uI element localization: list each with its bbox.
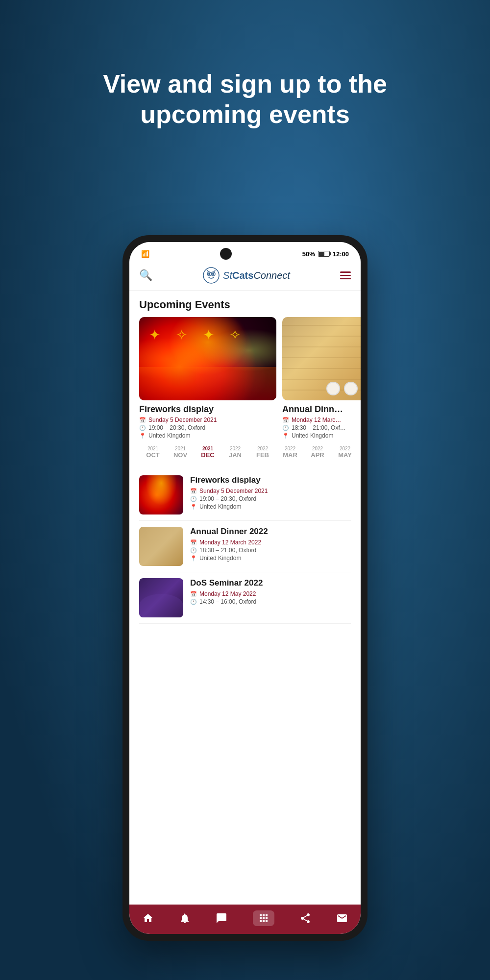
dinner-list-date: Monday 12 March 2022 — [199, 539, 261, 546]
timeline-2022-may[interactable]: 2022 MAY — [331, 444, 359, 461]
app-logo: StCatsConnect — [202, 267, 290, 284]
featured-fireworks-card[interactable]: Fireworks display 📅 Sunday 5 December 20… — [139, 317, 276, 439]
menu-button[interactable] — [340, 271, 351, 279]
svg-point-3 — [208, 273, 210, 275]
featured-cards-scroll[interactable]: Fireworks display 📅 Sunday 5 December 20… — [129, 317, 361, 439]
nav-apps[interactable] — [253, 910, 274, 926]
nav-share[interactable] — [299, 912, 311, 924]
dinner-list-date-row: 📅 Monday 12 March 2022 — [190, 539, 351, 546]
dinner-list-time-row: 🕐 18:30 – 21:00, Oxford — [190, 547, 351, 554]
battery-icon — [318, 251, 330, 257]
fireworks-card-info: Fireworks display 📅 Sunday 5 December 20… — [139, 400, 276, 439]
fireworks-list-time: 19:00 – 20:30, Oxford — [199, 495, 256, 502]
svg-point-4 — [212, 273, 214, 275]
seminar-list-info: DoS Seminar 2022 📅 Monday 12 May 2022 🕐 … — [190, 578, 351, 617]
seminar-list-date-row: 📅 Monday 12 May 2022 — [190, 590, 351, 597]
status-left: 📶 — [141, 250, 149, 258]
app-content[interactable]: Upcoming Events Fireworks display — [129, 291, 361, 905]
fireworks-country: United Kingdom — [148, 432, 190, 439]
fireworks-list-date-row: 📅 Sunday 5 December 2021 — [190, 488, 351, 494]
pin-icon-4: 📍 — [190, 555, 197, 562]
logo-text: StCatsConnect — [223, 270, 290, 281]
wifi-icon: 📶 — [141, 250, 149, 258]
dinner-time-row: 🕐 18:30 – 21:00, Oxf… — [282, 424, 361, 431]
seminar-thumb — [139, 578, 183, 617]
timeline-2022-feb[interactable]: 2022 FEB — [249, 444, 276, 461]
fireworks-list-info: Fireworks display 📅 Sunday 5 December 20… — [190, 475, 351, 514]
fireworks-location-row: 📍 United Kingdom — [139, 432, 276, 439]
nav-mail[interactable] — [336, 912, 348, 924]
dinner-date-row: 📅 Monday 12 Marc… — [282, 416, 361, 423]
bell-icon — [179, 912, 191, 924]
dinner-time: 18:30 – 21:00, Oxf… — [292, 424, 346, 431]
fireworks-image — [139, 317, 276, 400]
timeline-2022-jan[interactable]: 2022 JAN — [221, 444, 249, 461]
dinner-list-image — [139, 527, 183, 566]
phone-screen: 📶 50% 12:00 🔍 — [129, 242, 361, 934]
dinner-card-title: Annual Dinn… — [282, 404, 361, 415]
camera-notch — [220, 248, 232, 260]
nav-messages[interactable] — [216, 912, 227, 924]
dinner-thumb — [139, 527, 183, 566]
share-icon — [299, 912, 311, 924]
owl-logo-icon — [202, 267, 220, 284]
fireworks-card-image — [139, 317, 276, 400]
timeline-bar[interactable]: 2021 OCT 2021 NOV 2021 DEC 2022 JAN — [129, 439, 361, 466]
seminar-list-image — [139, 578, 183, 617]
calendar-icon-4: 📅 — [190, 539, 197, 546]
timeline-2021-nov[interactable]: 2021 NOV — [167, 444, 194, 461]
timeline-2021-oct[interactable]: 2021 OCT — [139, 444, 167, 461]
fireworks-date-row: 📅 Sunday 5 December 2021 — [139, 416, 276, 423]
clock-icon: 🕐 — [139, 425, 146, 431]
search-icon[interactable]: 🔍 — [139, 269, 152, 282]
status-right: 50% 12:00 — [302, 250, 349, 258]
dinner-location-row: 📍 United Kingdom — [282, 432, 361, 439]
list-item-seminar[interactable]: DoS Seminar 2022 📅 Monday 12 May 2022 🕐 … — [139, 572, 351, 624]
fireworks-reflection — [139, 367, 276, 400]
chat-icon — [216, 912, 227, 924]
fireworks-list-title: Fireworks display — [190, 475, 351, 485]
dinner-date: Monday 12 Marc… — [292, 416, 341, 423]
bottom-nav — [129, 905, 361, 934]
list-item-fireworks[interactable]: Fireworks display 📅 Sunday 5 December 20… — [139, 469, 351, 521]
fireworks-list-country: United Kingdom — [199, 503, 241, 510]
seminar-list-meta: 📅 Monday 12 May 2022 🕐 14:30 – 16:00, Ox… — [190, 590, 351, 605]
battery-percent: 50% — [302, 250, 315, 258]
dinner-country: United Kingdom — [292, 432, 333, 439]
svg-point-0 — [203, 268, 219, 283]
grid-icon — [258, 912, 270, 924]
seminar-list-time-row: 🕐 14:30 – 16:00, Oxford — [190, 598, 351, 605]
timeline-2022-apr[interactable]: 2022 APR — [304, 444, 331, 461]
phone-wrapper: 📶 50% 12:00 🔍 — [122, 235, 368, 941]
phone-shell: 📶 50% 12:00 🔍 — [122, 235, 368, 941]
list-item-dinner[interactable]: Annual Dinner 2022 📅 Monday 12 March 202… — [139, 521, 351, 572]
calendar-icon-2: 📅 — [282, 417, 289, 423]
clock-icon-2: 🕐 — [282, 425, 289, 431]
plate-1 — [326, 382, 340, 395]
seminar-list-date: Monday 12 May 2022 — [199, 590, 256, 597]
app-header: 🔍 StCatsConnect — [129, 262, 361, 291]
event-list: Fireworks display 📅 Sunday 5 December 20… — [129, 466, 361, 628]
timeline-2022-mar[interactable]: 2022 MAR — [276, 444, 304, 461]
fireworks-time-row: 🕐 19:00 – 20:30, Oxford — [139, 424, 276, 431]
dinner-list-time: 18:30 – 21:00, Oxford — [199, 547, 256, 554]
fireworks-time: 19:00 – 20:30, Oxford — [148, 424, 205, 431]
hero-title: View and sign up to the upcoming events — [0, 69, 490, 130]
calendar-icon: 📅 — [139, 417, 146, 423]
featured-dinner-card[interactable]: Annual Dinn… 📅 Monday 12 Marc… 🕐 18:30 –… — [282, 317, 361, 439]
pin-icon: 📍 — [139, 433, 146, 439]
fireworks-list-meta: 📅 Sunday 5 December 2021 🕐 19:00 – 20:30… — [190, 488, 351, 510]
dinner-list-title: Annual Dinner 2022 — [190, 527, 351, 537]
nav-home[interactable] — [142, 912, 154, 924]
dinner-list-info: Annual Dinner 2022 📅 Monday 12 March 202… — [190, 527, 351, 566]
clock: 12:00 — [333, 250, 349, 258]
nav-notifications[interactable] — [179, 912, 191, 924]
fireworks-thumb — [139, 475, 183, 514]
fireworks-card-meta: 📅 Sunday 5 December 2021 🕐 19:00 – 20:30… — [139, 416, 276, 439]
fireworks-card-title: Fireworks display — [139, 404, 276, 415]
timeline-2021-dec[interactable]: 2021 DEC — [194, 444, 221, 461]
seminar-list-time: 14:30 – 16:00, Oxford — [199, 598, 256, 605]
plate-2 — [344, 382, 358, 395]
fireworks-list-image — [139, 475, 183, 514]
calendar-icon-3: 📅 — [190, 488, 197, 494]
